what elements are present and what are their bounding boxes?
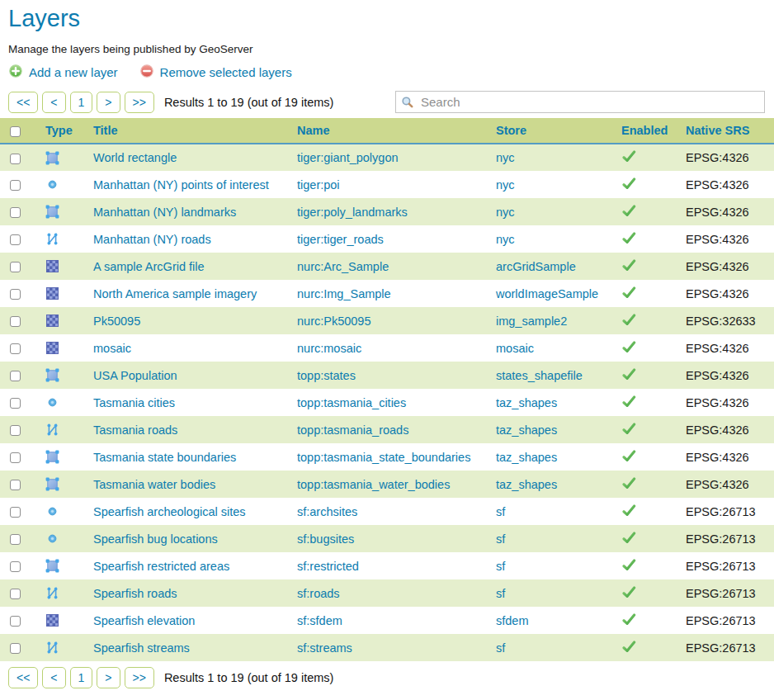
pager-page-button[interactable]: 1 — [70, 667, 93, 688]
column-header-title[interactable]: Title — [87, 118, 290, 144]
layer-store-link[interactable]: taz_shapes — [496, 451, 557, 464]
column-header-enabled[interactable]: Enabled — [615, 118, 679, 144]
add-new-layer-link[interactable]: Add a new layer — [8, 64, 118, 81]
layer-title-link[interactable]: Manhattan (NY) points of interest — [93, 178, 269, 192]
layer-store-link[interactable]: sfdem — [496, 614, 529, 627]
row-checkbox[interactable] — [10, 371, 21, 381]
layer-store-link[interactable]: sf — [496, 560, 505, 573]
layer-title-link[interactable]: Spearfish roads — [93, 587, 177, 600]
layer-store-link[interactable]: arcGridSample — [496, 260, 576, 273]
layer-name-link[interactable]: tiger:poi — [297, 178, 340, 192]
row-checkbox[interactable] — [10, 480, 21, 490]
layer-name-link[interactable]: nurc:Img_Sample — [297, 287, 391, 300]
layer-name-link[interactable]: nurc:mosaic — [297, 342, 361, 355]
pager-prev-button[interactable]: < — [42, 92, 65, 113]
layer-name-link[interactable]: tiger:giant_polygon — [297, 151, 399, 164]
layer-store-link[interactable]: sf — [496, 532, 505, 546]
layer-title-link[interactable]: Manhattan (NY) roads — [93, 233, 211, 246]
pager-first-button[interactable]: << — [8, 92, 38, 113]
pager-page-button[interactable]: 1 — [70, 92, 93, 113]
layer-name-link[interactable]: sf:bugsites — [297, 532, 354, 546]
layer-title-link[interactable]: Spearfish restricted areas — [93, 560, 229, 573]
layer-name-link[interactable]: nurc:Arc_Sample — [297, 260, 389, 273]
remove-selected-layers-link[interactable]: Remove selected layers — [139, 64, 292, 81]
select-all-checkbox[interactable] — [10, 126, 21, 137]
layer-name-link[interactable]: topp:tasmania_roads — [297, 423, 408, 437]
layer-title-link[interactable]: A sample ArcGrid file — [93, 260, 205, 273]
layer-title-link[interactable]: Tasmania roads — [93, 423, 177, 437]
layer-title-link[interactable]: Tasmania cities — [93, 396, 175, 409]
layer-title-link[interactable]: Spearfish streams — [93, 641, 190, 655]
pager-last-button[interactable]: >> — [125, 667, 154, 688]
layer-name-link[interactable]: tiger:tiger_roads — [297, 233, 384, 246]
layer-name-link[interactable]: topp:states — [297, 369, 356, 382]
layer-title-link[interactable]: Spearfish bug locations — [93, 532, 218, 546]
layer-title-link[interactable]: Spearfish archeological sites — [93, 505, 246, 518]
layer-title-link[interactable]: World rectangle — [93, 151, 177, 164]
row-checkbox[interactable] — [10, 534, 21, 545]
layer-name-link[interactable]: sf:roads — [297, 587, 340, 600]
layer-name-link[interactable]: sf:streams — [297, 641, 352, 655]
layer-name-link[interactable]: tiger:poly_landmarks — [297, 206, 408, 219]
layer-store-link[interactable]: nyc — [496, 151, 515, 164]
pager-next-button[interactable]: > — [97, 92, 120, 113]
pager-first-button[interactable]: << — [8, 667, 38, 688]
layer-type-cell — [39, 607, 87, 634]
layer-title-link[interactable]: mosaic — [93, 342, 131, 355]
layer-store-link[interactable]: nyc — [496, 206, 515, 219]
layer-title-link[interactable]: Tasmania water bodies — [93, 478, 215, 491]
layer-title-link[interactable]: Manhattan (NY) landmarks — [93, 206, 236, 219]
layer-enabled-cell — [615, 525, 679, 552]
layer-title-link[interactable]: USA Population — [93, 369, 177, 382]
column-header-name[interactable]: Name — [290, 118, 489, 144]
layer-store-link[interactable]: worldImageSample — [496, 287, 598, 300]
row-checkbox[interactable] — [10, 561, 21, 572]
column-header-store[interactable]: Store — [489, 118, 615, 144]
layer-title-link[interactable]: North America sample imagery — [93, 287, 257, 300]
row-checkbox[interactable] — [10, 154, 21, 164]
layer-store-link[interactable]: sf — [496, 505, 505, 518]
layer-store-link[interactable]: taz_shapes — [496, 478, 557, 491]
row-checkbox[interactable] — [10, 398, 21, 409]
row-checkbox[interactable] — [10, 452, 21, 463]
layer-store-link[interactable]: mosaic — [496, 342, 534, 355]
layer-name-link[interactable]: topp:tasmania_water_bodies — [297, 478, 450, 491]
pager-next-button[interactable]: > — [97, 667, 120, 688]
column-header-native-srs[interactable]: Native SRS — [679, 118, 774, 144]
row-checkbox[interactable] — [10, 616, 21, 627]
layer-name-link[interactable]: topp:tasmania_state_boundaries — [297, 451, 470, 464]
row-checkbox[interactable] — [10, 234, 21, 245]
column-header-type[interactable]: Type — [39, 118, 87, 144]
layer-title-link[interactable]: Spearfish elevation — [93, 614, 195, 627]
row-checkbox[interactable] — [10, 316, 21, 327]
layer-store-link[interactable]: taz_shapes — [496, 423, 557, 437]
layer-name-link[interactable]: sf:archsites — [297, 505, 357, 518]
pager-last-button[interactable]: >> — [125, 92, 154, 113]
row-checkbox[interactable] — [10, 289, 21, 300]
layer-name-link[interactable]: sf:restricted — [297, 560, 359, 573]
row-checkbox[interactable] — [10, 343, 21, 354]
layer-store-link[interactable]: nyc — [496, 178, 515, 192]
layer-store-cell: sf — [489, 634, 615, 661]
row-checkbox[interactable] — [10, 262, 21, 272]
row-checkbox[interactable] — [10, 207, 21, 218]
layer-name-link[interactable]: nurc:Pk50095 — [297, 315, 370, 328]
layer-name-link[interactable]: sf:sfdem — [297, 614, 342, 627]
layer-store-link[interactable]: img_sample2 — [496, 315, 567, 328]
layer-name-link[interactable]: topp:tasmania_cities — [297, 396, 406, 409]
layer-store-link[interactable]: nyc — [496, 233, 515, 246]
row-checkbox[interactable] — [10, 425, 21, 436]
layer-title-link[interactable]: Tasmania state boundaries — [93, 451, 236, 464]
layer-store-link[interactable]: taz_shapes — [496, 396, 557, 409]
layer-title-link[interactable]: Pk50095 — [93, 315, 140, 328]
layer-store-link[interactable]: states_shapefile — [496, 369, 583, 382]
pager-prev-button[interactable]: < — [42, 667, 65, 688]
search-input[interactable] — [395, 91, 765, 113]
layer-store-link[interactable]: sf — [496, 641, 505, 655]
row-checkbox[interactable] — [10, 507, 21, 518]
row-checkbox[interactable] — [10, 589, 21, 599]
layer-store-link[interactable]: sf — [496, 587, 505, 600]
layer-name-cell: nurc:Img_Sample — [290, 280, 489, 307]
row-checkbox[interactable] — [10, 180, 21, 191]
row-checkbox[interactable] — [10, 643, 21, 654]
